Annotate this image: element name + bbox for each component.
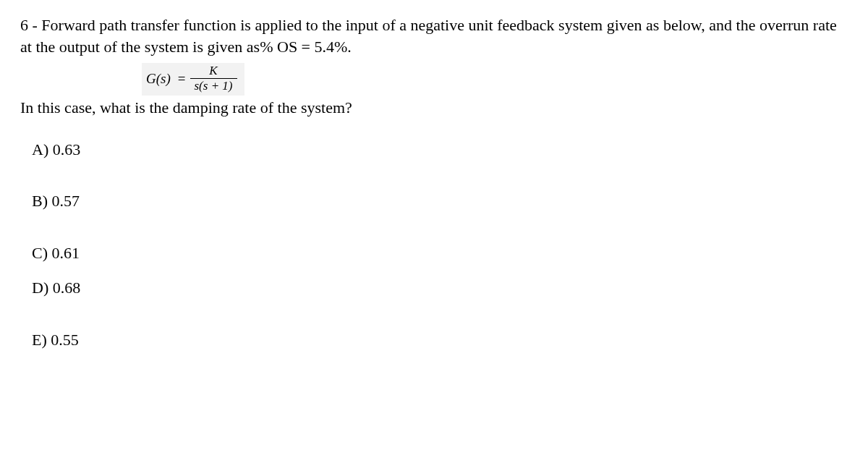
option-c[interactable]: C) 0.61 <box>32 242 848 264</box>
formula-fraction: K s(s + 1) <box>190 64 237 93</box>
option-d[interactable]: D) 0.68 <box>32 277 848 299</box>
formula-denominator: s(s + 1) <box>190 78 237 93</box>
option-b[interactable]: B) 0.57 <box>32 190 848 212</box>
options-list: A) 0.63 B) 0.57 C) 0.61 D) 0.68 E) 0.55 <box>20 139 848 350</box>
formula-lhs: G(s) <box>146 69 171 88</box>
option-a[interactable]: A) 0.63 <box>32 139 848 161</box>
formula-equals: = <box>178 69 186 88</box>
option-e[interactable]: E) 0.55 <box>32 329 848 351</box>
formula-numerator: K <box>205 64 221 78</box>
transfer-function-formula: G(s) = K s(s + 1) <box>146 64 237 93</box>
formula-box: G(s) = K s(s + 1) <box>142 63 244 96</box>
question-intro: 6 - Forward path transfer function is ap… <box>20 14 848 57</box>
question-prompt: In this case, what is the damping rate o… <box>20 97 848 119</box>
